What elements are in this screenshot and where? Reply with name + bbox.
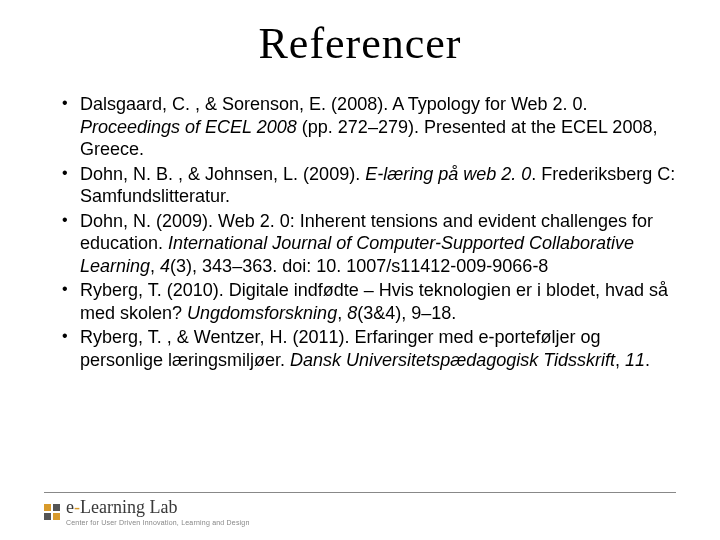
ref-italic: Proceedings of ECEL 2008 [80,117,297,137]
logo-subtitle: Center for User Driven Innovation, Learn… [66,519,250,526]
ref-text: (3), 343–363. doi: 10. 1007/s11412-009-9… [170,256,548,276]
svg-rect-1 [53,504,60,511]
ref-italic: 11 [625,350,645,370]
logo: e-Learning Lab Center for User Driven In… [44,497,676,526]
logo-text-wrap: e-Learning Lab Center for User Driven In… [66,497,250,526]
logo-text: e-Learning Lab [66,497,177,517]
ref-text: Dohn, N. B. , & Johnsen, L. (2009). [80,164,365,184]
reference-item: Ryberg, T. (2010). Digitale indfødte – H… [62,279,676,324]
ref-text: , [615,350,625,370]
reference-list: Dalsgaard, C. , & Sorenson, E. (2008). A… [44,93,676,371]
svg-rect-2 [44,513,51,520]
ref-text: (3&4), 9–18. [357,303,456,323]
ref-italic: Ungdomsforskning [187,303,337,323]
ref-italic: E-læring på web 2. 0 [365,164,531,184]
slide: Referencer Dalsgaard, C. , & Sorenson, E… [0,0,720,540]
svg-rect-0 [44,504,51,511]
ref-italic: 8 [347,303,357,323]
reference-item: Dohn, N. B. , & Johnsen, L. (2009). E-læ… [62,163,676,208]
ref-text: Dalsgaard, C. , & Sorenson, E. (2008). A… [80,94,588,114]
reference-item: Dohn, N. (2009). Web 2. 0: Inherent tens… [62,210,676,278]
footer: e-Learning Lab Center for User Driven In… [44,492,676,526]
ref-text: , [337,303,347,323]
reference-item: Ryberg, T. , & Wentzer, H. (2011). Erfar… [62,326,676,371]
logo-prefix: e [66,497,74,517]
logo-rest: Learning Lab [80,497,177,517]
page-title: Referencer [44,18,676,69]
reference-item: Dalsgaard, C. , & Sorenson, E. (2008). A… [62,93,676,161]
svg-rect-3 [53,513,60,520]
ref-italic: Dansk Universitetspædagogisk Tidsskrift [290,350,615,370]
ref-italic: 4 [160,256,170,276]
divider [44,492,676,493]
ref-text: , [150,256,160,276]
ref-text: . [645,350,650,370]
logo-mark-icon [44,504,60,520]
